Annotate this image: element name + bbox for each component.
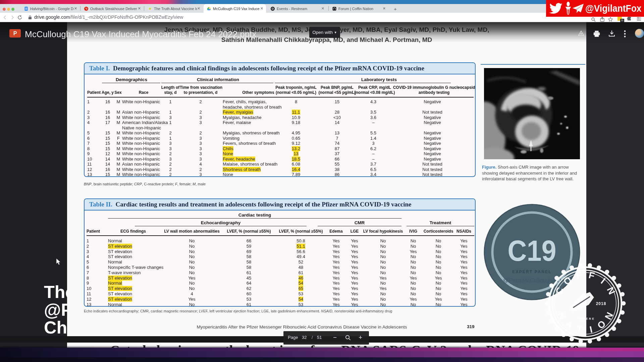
svg-text:2018: 2018 (596, 301, 606, 306)
svg-text:N: N (603, 310, 615, 321)
svg-text:I: I (589, 324, 593, 335)
svg-text:T: T (576, 324, 583, 335)
svg-text:O: O (561, 275, 574, 287)
svg-text:WHERE: WHERE (579, 317, 595, 320)
svg-text:N: N (605, 286, 617, 296)
svg-text:C: C (553, 286, 566, 296)
svg-text:N: N (555, 310, 568, 321)
svg-text:F: F (575, 270, 583, 281)
svg-text:F: F (588, 270, 596, 281)
